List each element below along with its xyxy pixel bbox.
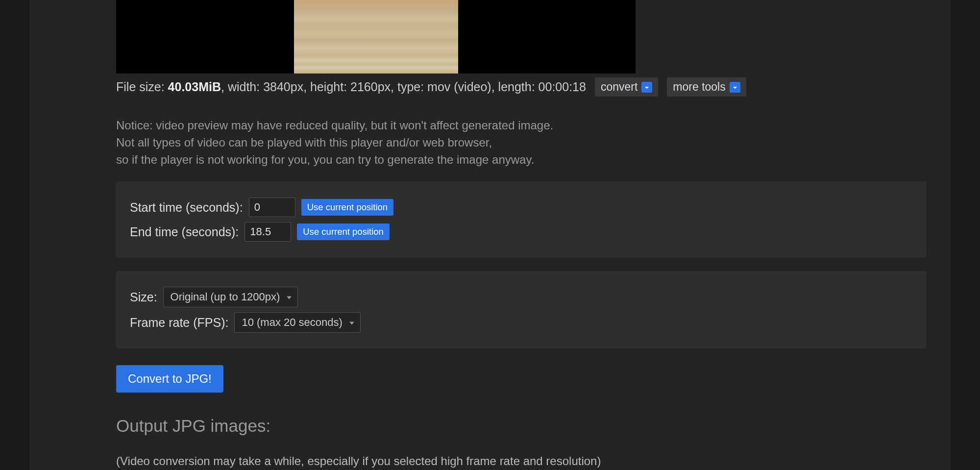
- notice-line: Not all types of video can be played wit…: [116, 134, 892, 151]
- fps-value: 10 (max 20 seconds): [242, 316, 342, 329]
- fps-select[interactable]: 10 (max 20 seconds): [234, 312, 360, 333]
- convert-dropdown[interactable]: convert: [595, 77, 658, 97]
- start-time-input[interactable]: [249, 198, 295, 217]
- convert-main-button[interactable]: Convert to JPG!: [116, 365, 223, 393]
- convert-label: convert: [601, 80, 637, 94]
- use-current-start-button[interactable]: Use current position: [301, 199, 394, 216]
- arrow-down-icon: [641, 82, 652, 93]
- video-preview[interactable]: [116, 0, 636, 74]
- arrow-down-icon: [730, 82, 740, 93]
- end-time-input[interactable]: [245, 222, 291, 242]
- file-info: File size: 40.03MiB, width: 3840px, heig…: [116, 80, 586, 94]
- size-value: Original (up to 1200px): [171, 291, 280, 303]
- file-size-prefix: File size:: [116, 80, 168, 94]
- file-size-value: 40.03MiB: [168, 80, 221, 94]
- file-info-rest: , width: 3840px, height: 2160px, type: m…: [221, 80, 586, 94]
- use-current-end-button[interactable]: Use current position: [297, 223, 390, 240]
- time-panel: Start time (seconds): Use current positi…: [116, 182, 926, 257]
- notice-line: Notice: video preview may have reduced q…: [116, 117, 892, 134]
- notice-text: Notice: video preview may have reduced q…: [116, 117, 892, 168]
- size-label: Size:: [130, 290, 157, 304]
- output-note: (Video conversion may take a while, espe…: [116, 454, 892, 468]
- size-select[interactable]: Original (up to 1200px): [163, 287, 298, 307]
- more-tools-dropdown[interactable]: more tools: [667, 77, 746, 97]
- options-panel: Size: Original (up to 1200px) Frame rate…: [116, 271, 926, 348]
- end-time-label: End time (seconds):: [130, 225, 239, 239]
- notice-line: so if the player is not working for you,…: [116, 151, 892, 169]
- video-frame: [294, 0, 458, 74]
- more-tools-label: more tools: [673, 80, 725, 94]
- output-heading: Output JPG images:: [116, 416, 892, 436]
- start-time-label: Start time (seconds):: [130, 200, 243, 215]
- fps-label: Frame rate (FPS):: [130, 316, 228, 330]
